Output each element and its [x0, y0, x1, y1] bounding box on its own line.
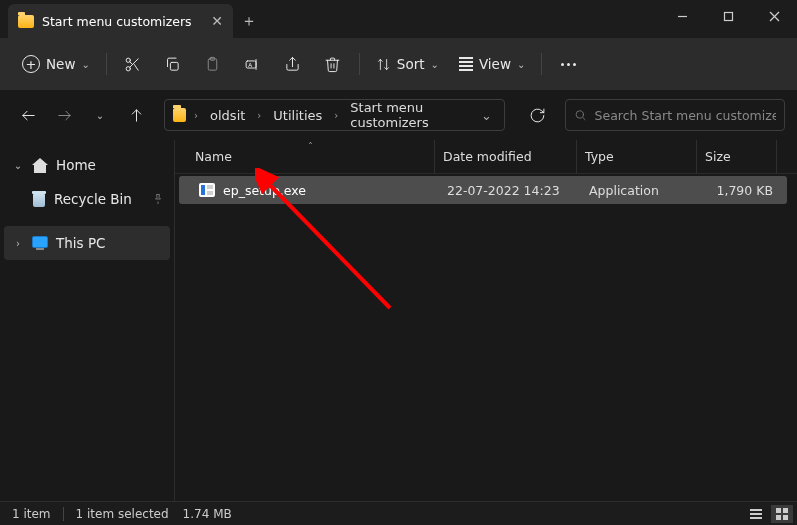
svg-rect-9	[171, 62, 179, 70]
breadcrumb-dropdown[interactable]: ⌄	[473, 104, 500, 127]
recycle-bin-icon	[32, 191, 46, 207]
tab-active[interactable]: Start menu customizers ✕	[8, 4, 233, 38]
svg-text:A: A	[249, 61, 253, 67]
breadcrumb-segment[interactable]: Utilities	[267, 104, 328, 127]
view-button[interactable]: View ⌄	[449, 47, 535, 81]
list-icon	[459, 57, 473, 71]
pin-icon	[152, 193, 164, 205]
grid-view-icon	[776, 508, 788, 520]
sidebar-item-recycle-bin[interactable]: Recycle Bin	[4, 182, 170, 216]
recent-button[interactable]: ⌄	[84, 99, 116, 131]
file-name: ep_setup.exe	[223, 183, 306, 198]
forward-button[interactable]	[48, 99, 80, 131]
collapse-icon[interactable]: ⌄	[12, 160, 24, 171]
sidebar-item-label: Home	[56, 157, 96, 173]
folder-icon	[18, 15, 34, 28]
chevron-down-icon: ⌄	[81, 59, 89, 70]
paste-icon	[204, 56, 221, 73]
new-label: New	[46, 56, 75, 72]
more-button[interactable]	[548, 47, 588, 81]
delete-button[interactable]	[313, 47, 353, 81]
navigation-pane: ⌄ Home Recycle Bin › This PC	[0, 140, 175, 501]
arrow-right-icon	[56, 107, 73, 124]
svg-rect-1	[724, 12, 732, 20]
divider	[359, 53, 360, 75]
toolbar: + New ⌄ A Sort ⌄ View ⌄	[0, 38, 797, 90]
sidebar-item-label: Recycle Bin	[54, 191, 132, 207]
sort-icon	[376, 57, 391, 72]
search-box[interactable]	[565, 99, 785, 131]
close-button[interactable]	[751, 0, 797, 32]
tab-title: Start menu customizers	[42, 14, 192, 29]
column-name[interactable]: Name ˄	[187, 140, 435, 173]
cell-type: Application	[581, 183, 701, 198]
status-selected-size: 1.74 MB	[183, 507, 232, 521]
cut-button[interactable]	[113, 47, 153, 81]
rename-button[interactable]: A	[233, 47, 273, 81]
view-thumbnails-button[interactable]	[771, 505, 793, 523]
chevron-down-icon: ⌄	[517, 59, 525, 70]
exe-icon	[199, 183, 215, 197]
column-headers: Name ˄ Date modified Type Size	[175, 140, 797, 174]
divider	[106, 53, 107, 75]
refresh-button[interactable]	[521, 99, 553, 131]
refresh-icon	[529, 107, 546, 124]
copy-icon	[164, 56, 181, 73]
breadcrumb-segment[interactable]: oldsit	[204, 104, 251, 127]
breadcrumb[interactable]: › oldsit › Utilities › Start menu custom…	[164, 99, 505, 131]
trash-icon	[324, 56, 341, 73]
column-size[interactable]: Size	[697, 140, 777, 173]
minimize-button[interactable]	[659, 0, 705, 32]
title-bar: Start menu customizers ✕ ＋	[0, 0, 797, 38]
status-bar: 1 item 1 item selected 1.74 MB	[0, 501, 797, 525]
svg-line-19	[583, 117, 585, 119]
column-date[interactable]: Date modified	[435, 140, 577, 173]
svg-point-18	[576, 111, 583, 118]
file-row[interactable]: ep_setup.exe 22-07-2022 14:23 Applicatio…	[179, 176, 787, 204]
search-icon	[574, 108, 587, 122]
sort-label: Sort	[397, 56, 425, 72]
svg-line-8	[130, 61, 133, 64]
maximize-button[interactable]	[705, 0, 751, 32]
arrow-left-icon	[20, 107, 37, 124]
back-button[interactable]	[12, 99, 44, 131]
search-input[interactable]	[595, 108, 776, 123]
sort-asc-icon: ˄	[308, 141, 313, 151]
folder-icon	[173, 108, 186, 122]
view-label: View	[479, 56, 511, 72]
scissors-icon	[124, 56, 141, 73]
share-icon	[284, 56, 301, 73]
svg-line-7	[135, 64, 139, 70]
details-view-icon	[750, 509, 762, 519]
sort-button[interactable]: Sort ⌄	[366, 47, 449, 81]
sidebar-item-home[interactable]: ⌄ Home	[4, 148, 170, 182]
expand-icon[interactable]: ›	[12, 238, 24, 249]
up-button[interactable]	[120, 99, 152, 131]
paste-button[interactable]	[193, 47, 233, 81]
chevron-down-icon: ⌄	[96, 110, 104, 121]
column-type[interactable]: Type	[577, 140, 697, 173]
column-label: Size	[705, 149, 731, 164]
cell-date: 22-07-2022 14:23	[439, 183, 581, 198]
chevron-right-icon[interactable]: ›	[332, 110, 340, 121]
new-button[interactable]: + New ⌄	[12, 47, 100, 81]
column-label: Type	[585, 149, 614, 164]
copy-button[interactable]	[153, 47, 193, 81]
sidebar-item-this-pc[interactable]: › This PC	[4, 226, 170, 260]
sidebar-item-label: This PC	[56, 235, 105, 251]
share-button[interactable]	[273, 47, 313, 81]
window-controls	[659, 0, 797, 32]
address-bar-row: ⌄ › oldsit › Utilities › Start menu cust…	[0, 90, 797, 140]
chevron-right-icon[interactable]: ›	[192, 110, 200, 121]
status-item-count: 1 item	[12, 507, 51, 521]
breadcrumb-segment[interactable]: Start menu customizers	[344, 96, 469, 134]
divider	[541, 53, 542, 75]
view-details-button[interactable]	[745, 505, 767, 523]
plus-icon: +	[22, 55, 40, 73]
file-list-pane: Name ˄ Date modified Type Size ep_setup.…	[175, 140, 797, 501]
tab-close-icon[interactable]: ✕	[211, 13, 223, 29]
chevron-down-icon: ⌄	[431, 59, 439, 70]
tab-strip: Start menu customizers ✕ ＋	[0, 0, 659, 38]
new-tab-button[interactable]: ＋	[233, 4, 265, 38]
chevron-right-icon[interactable]: ›	[255, 110, 263, 121]
